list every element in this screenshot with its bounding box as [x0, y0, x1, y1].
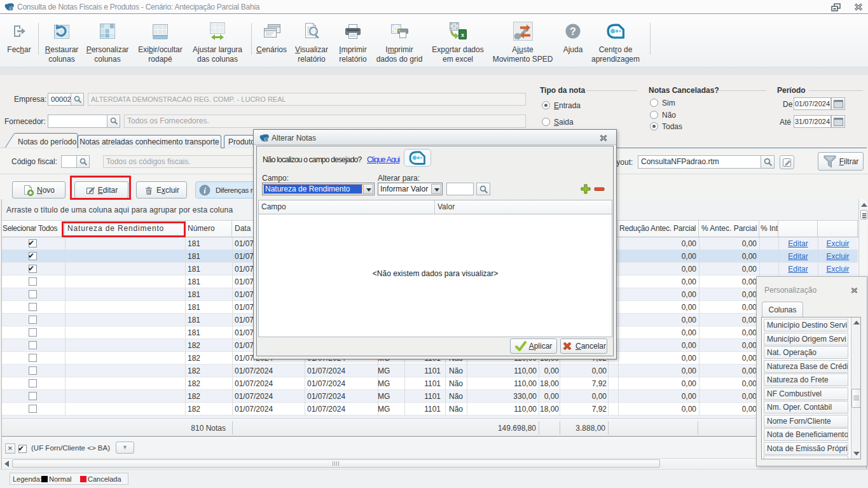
svg-text:S: S	[265, 137, 268, 142]
svg-text:?: ?	[570, 26, 576, 37]
svg-text:i: i	[203, 186, 206, 195]
svg-text:S: S	[10, 6, 13, 11]
svg-text:x: x	[460, 32, 464, 38]
